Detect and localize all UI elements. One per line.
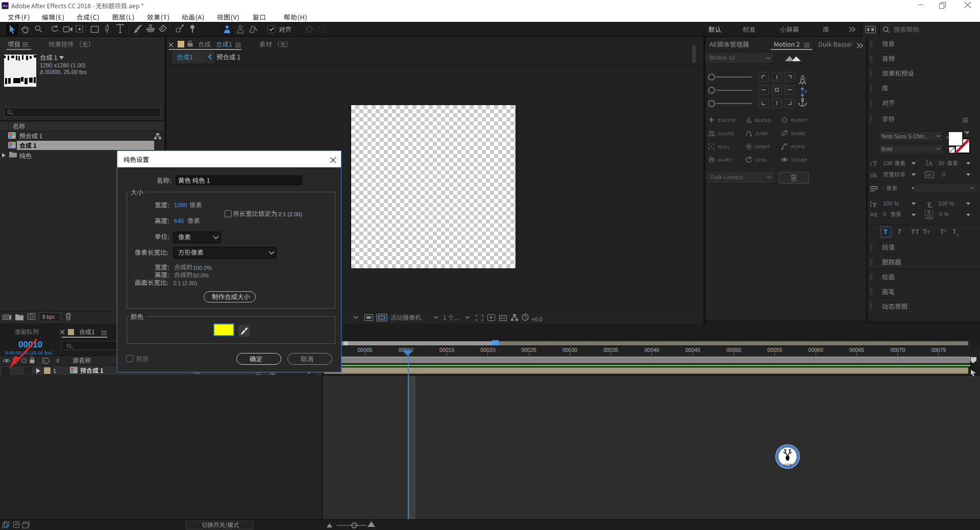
svg-text:T: T — [927, 200, 932, 208]
svg-text:VA: VA — [926, 172, 932, 178]
svg-text:A: A — [870, 211, 874, 218]
svg-text:a: a — [874, 212, 876, 216]
svg-text:T: T — [873, 160, 877, 168]
svg-text:VA: VA — [870, 172, 877, 179]
svg-text:т: т — [870, 161, 872, 167]
svg-text:A: A — [928, 160, 933, 167]
svg-text:T: T — [872, 201, 877, 209]
